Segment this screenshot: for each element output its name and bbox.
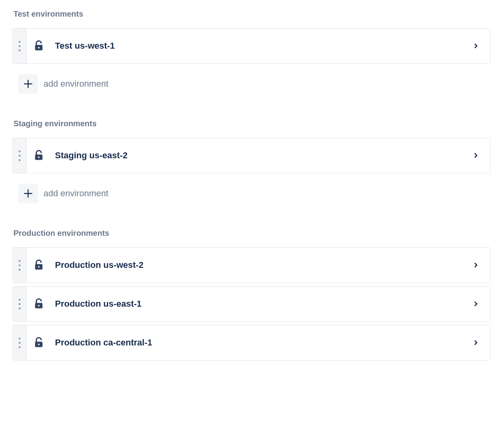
environment-section: Staging environments Staging us-east-2 a… (13, 119, 491, 203)
chevron-right-icon (471, 151, 481, 160)
environment-row: Production us-east-1 (13, 286, 491, 322)
environment-name: Staging us-east-2 (55, 150, 471, 161)
environment-row: Production ca-central-1 (13, 325, 491, 360)
environment-name: Production ca-central-1 (55, 338, 471, 348)
chevron-right-icon (471, 338, 481, 347)
add-environment-button[interactable]: add environment (18, 184, 108, 203)
environment-content[interactable]: Test us-west-1 (27, 28, 490, 63)
svg-point-3 (38, 156, 40, 158)
drag-handle[interactable] (13, 138, 27, 173)
add-environment-label: add environment (44, 188, 108, 199)
svg-point-7 (38, 305, 40, 306)
environment-list: Test us-west-1 (13, 28, 491, 64)
environment-name: Test us-west-1 (55, 41, 471, 51)
section-heading: Test environments (13, 9, 491, 19)
environment-section: Test environments Test us-west-1 add env… (13, 9, 491, 94)
section-heading: Staging environments (13, 119, 491, 128)
unlock-icon (32, 336, 45, 349)
plus-icon (18, 74, 38, 94)
drag-handle[interactable] (13, 325, 27, 360)
environment-name: Production us-west-2 (55, 260, 471, 270)
drag-dots-icon (19, 260, 21, 271)
environment-name: Production us-east-1 (55, 299, 471, 309)
svg-point-9 (38, 343, 40, 345)
drag-dots-icon (19, 299, 21, 309)
environment-content[interactable]: Production us-west-2 (27, 248, 490, 283)
drag-handle[interactable] (13, 248, 27, 283)
drag-handle[interactable] (13, 286, 27, 321)
section-heading: Production environments (13, 229, 491, 238)
environment-row: Production us-west-2 (13, 247, 491, 283)
environment-content[interactable]: Staging us-east-2 (27, 138, 490, 173)
environment-list: Production us-west-2 Production us-east-… (13, 247, 491, 360)
environment-content[interactable]: Production us-east-1 (27, 286, 490, 321)
chevron-right-icon (471, 41, 481, 51)
drag-dots-icon (19, 41, 21, 51)
add-environment-label: add environment (44, 79, 108, 89)
add-environment-button[interactable]: add environment (18, 74, 108, 94)
environment-row: Staging us-east-2 (13, 138, 491, 173)
chevron-right-icon (471, 299, 481, 309)
environment-list: Staging us-east-2 (13, 138, 491, 173)
svg-point-5 (38, 266, 40, 267)
environment-row: Test us-west-1 (13, 28, 491, 64)
environment-content[interactable]: Production ca-central-1 (27, 325, 490, 360)
environment-section: Production environments Production us-we… (13, 229, 491, 360)
unlock-icon (32, 39, 45, 53)
plus-icon (18, 184, 38, 203)
chevron-right-icon (471, 260, 481, 270)
drag-dots-icon (19, 338, 21, 348)
drag-dots-icon (19, 150, 21, 161)
unlock-icon (32, 297, 45, 311)
unlock-icon (32, 258, 45, 272)
drag-handle[interactable] (13, 28, 27, 63)
unlock-icon (32, 149, 45, 162)
svg-point-1 (38, 47, 40, 48)
